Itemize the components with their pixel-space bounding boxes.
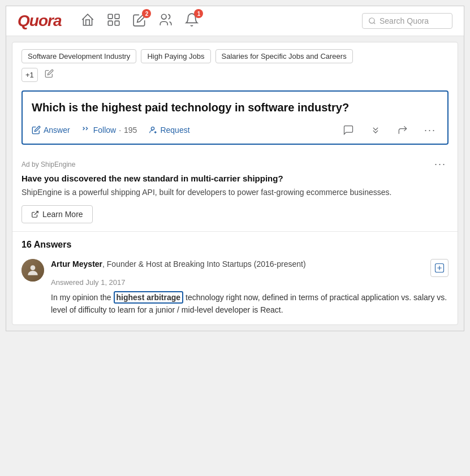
downvote-icon xyxy=(370,124,381,136)
author-title: , Founder & Host at Breaking Into Startu… xyxy=(102,259,306,269)
author-info: Artur Meyster, Founder & Host at Breakin… xyxy=(51,259,306,269)
share-icon xyxy=(397,124,408,136)
external-link-icon xyxy=(31,210,39,218)
search-box[interactable]: Search Quora xyxy=(362,13,452,29)
ad-title: Have you discovered the new standard in … xyxy=(21,174,449,183)
main-content: Software Development Industry High Payin… xyxy=(12,42,458,325)
answer-label: Answer xyxy=(44,126,70,135)
author-avatar xyxy=(21,259,44,282)
nav-people[interactable] xyxy=(158,12,173,29)
question-actions: Answer Follow · 195 xyxy=(32,122,438,138)
svg-point-5 xyxy=(369,18,374,23)
translate-icon xyxy=(434,263,445,273)
nav-icons: 2 1 xyxy=(80,12,348,29)
svg-rect-1 xyxy=(115,14,120,19)
avatar-icon xyxy=(25,263,40,278)
follow-icon xyxy=(81,126,90,135)
svg-point-4 xyxy=(162,14,167,19)
svg-point-9 xyxy=(31,265,36,270)
answer-meta: Artur Meyster, Founder & Host at Breakin… xyxy=(51,259,449,277)
answer-button[interactable]: Answer xyxy=(32,126,70,135)
tag-more[interactable]: +1 xyxy=(21,68,38,82)
answer-highlight: highest arbitrage xyxy=(114,291,184,304)
comment-button[interactable] xyxy=(340,122,356,138)
svg-point-7 xyxy=(152,127,154,130)
learn-more-button[interactable]: Learn More xyxy=(21,205,93,223)
answer-item: Artur Meyster, Founder & Host at Breakin… xyxy=(21,259,449,317)
request-button[interactable]: Request xyxy=(148,126,189,135)
follow-label: Follow xyxy=(93,126,116,135)
request-icon xyxy=(148,126,157,135)
answers-section: 16 Answers Artur Meyster, Fou xyxy=(12,232,458,324)
nav-notifications[interactable]: 1 xyxy=(184,12,199,29)
author-name: Artur Meyster xyxy=(51,259,102,269)
downvote-button[interactable] xyxy=(368,122,383,138)
svg-line-8 xyxy=(35,211,38,215)
nav-home[interactable] xyxy=(80,12,95,29)
tags-section: Software Development Industry High Payin… xyxy=(12,42,458,63)
nav-write[interactable]: 2 xyxy=(132,12,147,29)
header: Quora xyxy=(6,6,464,36)
tag-software-dev[interactable]: Software Development Industry xyxy=(21,49,136,63)
question-box: Which is the highest paid technology in … xyxy=(21,90,449,145)
answer-icon xyxy=(32,126,41,135)
comment-icon xyxy=(343,124,354,136)
translate-button[interactable] xyxy=(430,259,449,277)
svg-rect-0 xyxy=(109,14,113,19)
ad-label: Ad by ShipEngine xyxy=(21,161,75,168)
nav-feed[interactable] xyxy=(106,12,121,29)
ad-header: Ad by ShipEngine ··· xyxy=(21,158,449,170)
follow-button[interactable]: Follow · 195 xyxy=(81,126,137,135)
highlight-text: highest arbitrage xyxy=(117,293,181,302)
answer-text-before: In my opinion the xyxy=(51,293,114,302)
answer-date: Answered July 1, 2017 xyxy=(51,278,449,287)
svg-rect-2 xyxy=(109,21,113,25)
svg-rect-3 xyxy=(115,21,120,25)
request-label: Request xyxy=(160,126,189,135)
more-button[interactable]: ··· xyxy=(422,124,438,136)
tag-salaries[interactable]: Salaries for Specific Jobs and Careers xyxy=(215,49,353,63)
quora-logo: Quora xyxy=(18,12,61,30)
search-placeholder: Search Quora xyxy=(380,16,429,25)
svg-line-6 xyxy=(374,23,376,24)
bell-badge: 1 xyxy=(194,9,203,18)
share-button[interactable] xyxy=(395,122,411,138)
answer-content: Artur Meyster, Founder & Host at Breakin… xyxy=(51,259,449,317)
answer-preview: In my opinion the highest arbitrage tech… xyxy=(51,291,449,317)
ad-section: Ad by ShipEngine ··· Have you discovered… xyxy=(12,150,458,232)
follow-count: 195 xyxy=(124,126,137,135)
search-icon xyxy=(368,17,376,25)
write-badge: 2 xyxy=(142,9,151,18)
ad-description: ShipEngine is a powerful shipping API, b… xyxy=(21,187,449,198)
answers-count: 16 Answers xyxy=(21,240,449,250)
tag-high-paying[interactable]: High Paying Jobs xyxy=(141,49,210,63)
ad-more-button[interactable]: ··· xyxy=(432,158,449,170)
question-title: Which is the highest paid technology in … xyxy=(32,99,438,115)
edit-tags-icon[interactable] xyxy=(42,67,56,83)
learn-more-label: Learn More xyxy=(42,210,83,219)
